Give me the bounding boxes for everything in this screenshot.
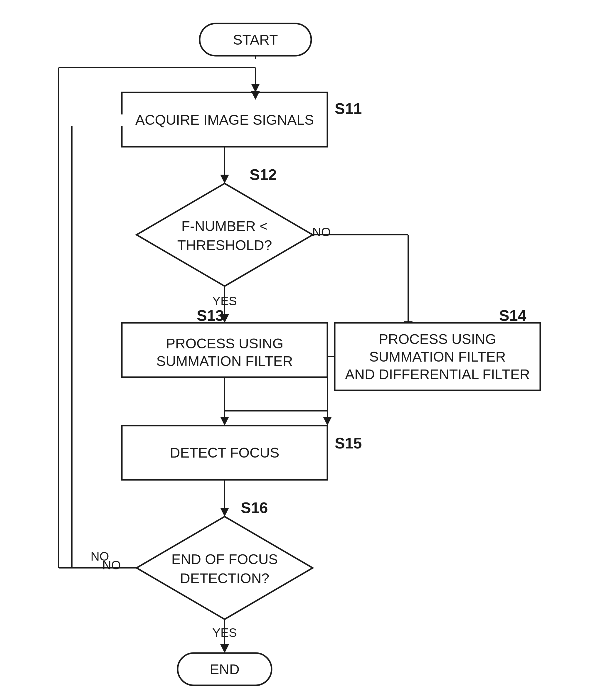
s16-label-1: END OF FOCUS [171, 552, 278, 567]
flowchart-diagram: START ACQUIRE IMAGE SIGNALS S11 S12 F-NU… [0, 0, 616, 695]
end-label: END [210, 662, 239, 677]
s13-label-1: PROCESS USING [166, 336, 283, 351]
s16-label-2: DETECTION? [180, 571, 269, 586]
s11-label: ACQUIRE IMAGE SIGNALS [135, 112, 314, 128]
svg-marker-13 [323, 417, 332, 426]
svg-marker-3 [251, 84, 260, 92]
s14-label-3: AND DIFFERENTIAL FILTER [345, 367, 530, 382]
s14-label-1: PROCESS USING [379, 332, 496, 347]
s12-label-2: THRESHOLD? [177, 237, 272, 253]
svg-marker-16 [220, 417, 229, 426]
s12-step: S12 [250, 166, 277, 183]
no1-label: NO [312, 225, 331, 239]
s13-step: S13 [197, 307, 224, 324]
s15-step: S15 [335, 435, 362, 452]
svg-marker-26 [220, 644, 229, 653]
s16-node [136, 516, 313, 619]
s15-label: DETECT FOCUS [170, 445, 279, 460]
svg-marker-5 [220, 175, 229, 183]
start-label: START [233, 32, 278, 48]
s13-label-2: SUMMATION FILTER [156, 353, 293, 369]
svg-marker-19 [220, 508, 229, 516]
no2-label: NO [102, 558, 121, 572]
s14-step: S14 [499, 307, 527, 324]
s16-step: S16 [241, 499, 268, 516]
s12-node [136, 183, 313, 286]
s11-step: S11 [335, 100, 362, 117]
s14-label-2: SUMMATION FILTER [369, 349, 506, 365]
s12-label-1: F-NUMBER < [181, 218, 268, 234]
